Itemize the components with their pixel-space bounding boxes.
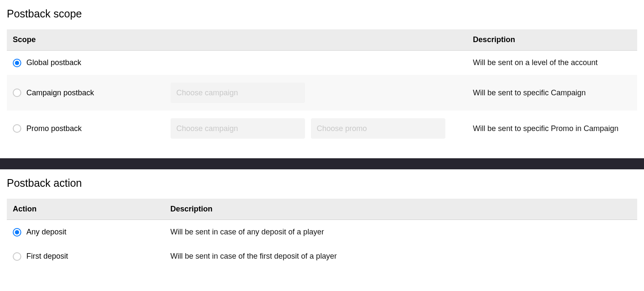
radio-label-any-deposit: Any deposit [26, 228, 66, 237]
header-selects-blank [165, 29, 467, 51]
action-table: Action Description Any deposit Will be s… [7, 199, 637, 268]
radio-wrap-campaign[interactable]: Campaign postback [13, 88, 159, 97]
scope-desc-global: Will be sent on a level of the account [467, 51, 637, 75]
section-title-action: Postback action [7, 169, 637, 199]
radio-wrap-first-deposit[interactable]: First deposit [13, 252, 159, 261]
scope-table: Scope Description Global postback Will b… [7, 29, 637, 146]
radio-icon[interactable] [13, 252, 21, 261]
radio-label-promo: Promo postback [26, 124, 82, 133]
radio-icon[interactable] [13, 124, 21, 133]
radio-wrap-any-deposit[interactable]: Any deposit [13, 228, 159, 237]
radio-wrap-global[interactable]: Global postback [13, 58, 159, 67]
radio-wrap-promo[interactable]: Promo postback [13, 124, 159, 133]
action-table-header-row: Action Description [7, 199, 637, 220]
action-desc-first-deposit: Will be sent in case of the first deposi… [165, 244, 638, 268]
radio-icon[interactable] [13, 228, 21, 237]
scope-row-campaign: Campaign postback Choose campaign Will b… [7, 75, 637, 111]
section-title-scope: Postback scope [7, 0, 637, 29]
scope-desc-campaign: Will be sent to specific Campaign [467, 75, 637, 111]
header-scope: Scope [7, 29, 165, 51]
scope-row-promo: Promo postback Choose campaign Choose pr… [7, 111, 637, 146]
radio-icon[interactable] [13, 88, 21, 97]
divider-band [0, 158, 644, 169]
header-action: Action [7, 199, 165, 220]
scope-row-global: Global postback Will be sent on a level … [7, 51, 637, 75]
postback-action-section: Postback action Action Description Any d… [0, 169, 644, 268]
select-campaign-for-campaign[interactable]: Choose campaign [171, 83, 305, 103]
radio-label-global: Global postback [26, 58, 81, 67]
action-row-any-deposit: Any deposit Will be sent in case of any … [7, 220, 637, 245]
select-placeholder: Choose promo [317, 124, 367, 133]
action-row-first-deposit: First deposit Will be sent in case of th… [7, 244, 637, 268]
header-action-description: Description [165, 199, 638, 220]
select-promo-for-promo[interactable]: Choose promo [311, 118, 445, 139]
action-desc-any-deposit: Will be sent in case of any deposit of a… [165, 220, 638, 245]
header-description: Description [467, 29, 637, 51]
select-placeholder: Choose campaign [177, 88, 238, 97]
radio-label-campaign: Campaign postback [26, 88, 94, 97]
postback-scope-section: Postback scope Scope Description Global … [0, 0, 644, 146]
scope-table-header-row: Scope Description [7, 29, 637, 51]
radio-label-first-deposit: First deposit [26, 252, 68, 261]
radio-icon[interactable] [13, 59, 21, 67]
select-campaign-for-promo[interactable]: Choose campaign [171, 118, 305, 139]
scope-desc-promo: Will be sent to specific Promo in Campai… [467, 111, 637, 146]
select-placeholder: Choose campaign [177, 124, 238, 133]
